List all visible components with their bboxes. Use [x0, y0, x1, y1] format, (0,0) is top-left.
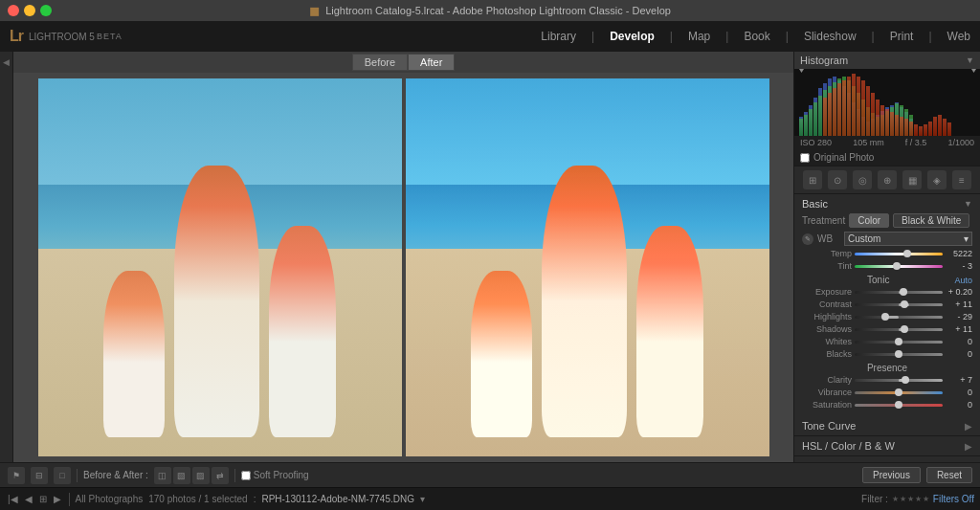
- tint-slider-thumb[interactable]: [893, 262, 901, 270]
- tint-slider-track[interactable]: [855, 265, 943, 268]
- tint-value: - 3: [946, 261, 972, 271]
- contrast-slider-track[interactable]: [855, 303, 943, 306]
- saturation-slider-track[interactable]: [855, 404, 943, 407]
- histogram-toggle: ▼: [966, 55, 974, 65]
- nav-library[interactable]: Library: [541, 30, 576, 43]
- hsl-label: HSL / Color / B & W: [802, 440, 895, 452]
- reset-button[interactable]: Reset: [926, 467, 972, 483]
- shadows-slider-track[interactable]: [855, 328, 943, 331]
- svg-rect-54: [852, 74, 856, 136]
- color-button[interactable]: Color: [849, 213, 889, 228]
- treatment-label: Treatment: [802, 215, 845, 226]
- exposure-slider-thumb[interactable]: [900, 288, 907, 296]
- clarity-slider-thumb[interactable]: [902, 376, 909, 384]
- ba-split-icon[interactable]: ▧: [173, 467, 190, 484]
- person-3-after: [636, 226, 703, 437]
- vibrance-label: Vibrance: [802, 388, 852, 397]
- star-5[interactable]: ★: [923, 495, 929, 503]
- auto-button[interactable]: Auto: [954, 276, 972, 285]
- original-photo-checkbox[interactable]: [800, 153, 810, 163]
- nav-print[interactable]: Print: [890, 30, 914, 43]
- filmstrip-filter: Filter : ★ ★ ★ ★ ★ Filters Off: [861, 494, 974, 504]
- after-tab[interactable]: After: [408, 54, 455, 71]
- spot-tool[interactable]: ◎: [853, 170, 872, 189]
- blacks-slider-track[interactable]: [855, 353, 943, 356]
- highlights-label: Highlights: [802, 312, 852, 322]
- highlights-slider-track[interactable]: [855, 316, 943, 319]
- whites-label: Whites: [802, 337, 852, 346]
- bw-button[interactable]: Black & White: [893, 213, 969, 228]
- svg-rect-60: [880, 105, 884, 136]
- soft-proofing-checkbox[interactable]: [241, 471, 251, 480]
- exposure-slider-track[interactable]: [855, 291, 943, 294]
- star-1[interactable]: ★: [892, 495, 899, 503]
- tone-curve-row[interactable]: Tone Curve ▶: [794, 416, 980, 436]
- svg-rect-73: [943, 119, 947, 136]
- filmstrip-grid[interactable]: ⊞: [37, 494, 49, 504]
- nav-slideshow[interactable]: Slideshow: [804, 30, 857, 43]
- ba-sidebyside-icon[interactable]: ◫: [154, 467, 171, 484]
- temp-slider-track[interactable]: [855, 253, 943, 255]
- saturation-slider-row: Saturation 0: [802, 400, 972, 410]
- star-3[interactable]: ★: [907, 495, 914, 503]
- nav-web[interactable]: Web: [947, 30, 970, 43]
- filmstrip-first[interactable]: |◀: [6, 494, 20, 504]
- previous-button[interactable]: Previous: [862, 467, 921, 483]
- hsl-row[interactable]: HSL / Color / B & W ▶: [794, 436, 980, 456]
- maximize-button[interactable]: [40, 5, 52, 16]
- histogram-header[interactable]: Histogram ▼: [794, 52, 980, 69]
- highlights-value: - 29: [946, 312, 972, 322]
- nav-map[interactable]: Map: [688, 30, 710, 43]
- minimize-button[interactable]: [24, 5, 35, 16]
- vibrance-slider-track[interactable]: [855, 391, 943, 394]
- before-tab[interactable]: Before: [352, 54, 408, 71]
- nav-develop[interactable]: Develop: [610, 30, 655, 43]
- filename-dropdown-arrow[interactable]: ▾: [420, 494, 425, 504]
- nav-book[interactable]: Book: [744, 30, 769, 43]
- star-4[interactable]: ★: [915, 495, 922, 503]
- highlights-slider-thumb[interactable]: [881, 313, 889, 321]
- people-after: [434, 135, 740, 437]
- soft-proofing-label: Soft Proofing: [254, 470, 309, 480]
- whites-slider-thumb[interactable]: [895, 338, 902, 345]
- contrast-slider-thumb[interactable]: [901, 300, 908, 308]
- soft-proofing: Soft Proofing: [241, 470, 309, 480]
- wb-dropdown[interactable]: Custom ▾: [844, 232, 972, 246]
- whites-slider-track[interactable]: [855, 341, 943, 344]
- saturation-slider-thumb[interactable]: [895, 401, 902, 409]
- eyedropper-icon[interactable]: ✎: [802, 233, 813, 245]
- ba-overlay-icon[interactable]: ▨: [192, 467, 210, 484]
- presence-row: Presence: [802, 363, 972, 373]
- tone-curve-label: Tone Curve: [802, 420, 856, 432]
- basic-toggle[interactable]: ▼: [964, 199, 972, 209]
- whites-slider-row: Whites 0: [802, 337, 972, 346]
- redeye-tool[interactable]: ⊕: [878, 170, 897, 189]
- flag-tool[interactable]: ⚑: [8, 467, 25, 484]
- view-loupe-tool[interactable]: □: [54, 467, 71, 484]
- close-button[interactable]: [8, 5, 19, 16]
- svg-rect-48: [823, 98, 827, 136]
- hsl-arrow: ▶: [965, 441, 972, 452]
- adjustment-tool[interactable]: ≡: [952, 170, 971, 189]
- filters-off-label[interactable]: Filters Off: [933, 494, 974, 504]
- filmstrip-next[interactable]: ▶: [52, 494, 63, 504]
- star-2[interactable]: ★: [900, 495, 906, 503]
- shadows-slider-thumb[interactable]: [901, 325, 908, 333]
- split-toning-row[interactable]: Split Toning ▶: [794, 456, 980, 462]
- person-3-before: [269, 226, 336, 437]
- blacks-slider-thumb[interactable]: [895, 350, 902, 358]
- ba-view-icons: ◫ ▧ ▨ ⇄: [154, 467, 229, 484]
- left-panel-arrow[interactable]: ◀: [3, 57, 10, 67]
- ba-swap-icon[interactable]: ⇄: [212, 467, 229, 484]
- exposure-value: + 0.20: [946, 287, 972, 297]
- crop-tool[interactable]: ⊙: [828, 170, 847, 189]
- vibrance-slider-thumb[interactable]: [895, 388, 902, 396]
- temp-slider-thumb[interactable]: [903, 250, 911, 257]
- radial-tool[interactable]: ◈: [927, 170, 947, 189]
- clarity-slider-track[interactable]: [855, 379, 943, 382]
- filmstrip-prev[interactable]: ◀: [23, 494, 34, 504]
- gradient-tool[interactable]: ▦: [902, 170, 922, 189]
- grid-tool[interactable]: ⊞: [803, 170, 822, 189]
- svg-rect-56: [861, 80, 865, 136]
- view-grid-tool[interactable]: ⊟: [31, 467, 48, 484]
